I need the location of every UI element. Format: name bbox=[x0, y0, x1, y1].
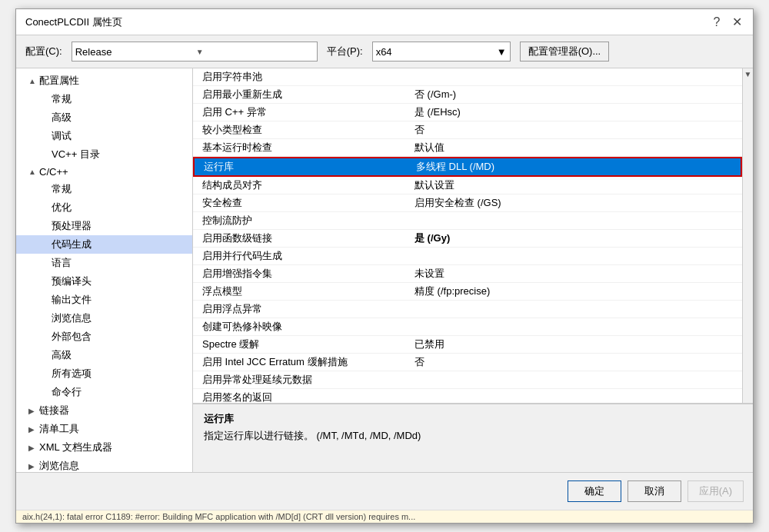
tree-item-label: VC++ 目录 bbox=[52, 148, 100, 161]
prop-name: 基本运行时检查 bbox=[193, 141, 408, 155]
properties-table: 启用字符串池启用最小重新生成否 (/Gm-)启用 C++ 异常是 (/EHsc)… bbox=[193, 68, 742, 403]
tree-item-label: 链接器 bbox=[39, 404, 69, 417]
prop-name: 启用签名的返回 bbox=[193, 391, 408, 403]
dialog-title: ConectPLCDII 属性页 bbox=[25, 15, 122, 29]
apply-button[interactable]: 应用(A) bbox=[687, 480, 744, 502]
tree-item-precompiled[interactable]: 预编译头 bbox=[16, 272, 192, 291]
tree-item-label: 常规 bbox=[52, 182, 72, 196]
close-button[interactable]: ✕ bbox=[730, 15, 744, 29]
tree-item-advanced2[interactable]: 高级 bbox=[16, 346, 192, 364]
tree-item-label: 所有选项 bbox=[52, 367, 92, 381]
prop-name: Spectre 缓解 bbox=[193, 337, 408, 351]
tree-arrow-icon: ▲ bbox=[28, 77, 39, 85]
scrollbar[interactable]: ▼ bbox=[742, 68, 753, 403]
tree-item-preprocessor[interactable]: 预处理器 bbox=[16, 217, 192, 235]
prop-value: 精度 (/fp:precise) bbox=[408, 284, 742, 298]
tree-item-label: 调试 bbox=[52, 129, 72, 143]
prop-value: 否 bbox=[408, 123, 742, 137]
prop-name: 控制流防护 bbox=[193, 214, 408, 228]
tree-item-browse2[interactable]: ▶ 浏览信息 bbox=[16, 457, 192, 472]
table-row[interactable]: 基本运行时检查默认值 bbox=[193, 139, 742, 157]
title-buttons: ? ✕ bbox=[710, 15, 744, 29]
tree-item-output-files[interactable]: 输出文件 bbox=[16, 291, 192, 309]
tree-item-label: 浏览信息 bbox=[39, 459, 79, 472]
prop-name: 启用增强指令集 bbox=[193, 267, 408, 281]
prop-name: 启用字符串池 bbox=[193, 70, 408, 84]
tree-arrow-icon: ▶ bbox=[28, 462, 39, 470]
platform-arrow-icon: ▼ bbox=[497, 46, 507, 58]
config-manager-button[interactable]: 配置管理器(O)... bbox=[520, 42, 610, 62]
table-row[interactable]: 启用最小重新生成否 (/Gm-) bbox=[193, 86, 742, 104]
prop-name: 启用并行代码生成 bbox=[193, 249, 408, 263]
prop-name: 启用函数级链接 bbox=[193, 231, 408, 245]
main-content: ▲ 配置属性常规高级调试VC++ 目录▲ C/C++常规优化预处理器代码生成语言… bbox=[16, 68, 753, 472]
table-row[interactable]: 启用签名的返回 bbox=[193, 389, 742, 403]
tree-item-advanced[interactable]: 高级 bbox=[16, 108, 192, 127]
tree-item-config-props[interactable]: ▲ 配置属性 bbox=[16, 71, 192, 90]
cancel-button[interactable]: 取消 bbox=[628, 480, 681, 502]
tree-item-vcpp-dirs[interactable]: VC++ 目录 bbox=[16, 145, 192, 164]
properties-dialog: ConectPLCDII 属性页 ? ✕ 配置(C): Release ▼ 平台… bbox=[15, 8, 754, 524]
table-row[interactable]: 启用函数级链接是 (/Gy) bbox=[193, 230, 742, 248]
table-row[interactable]: 运行库多线程 DLL (/MD) bbox=[193, 157, 742, 177]
platform-value: x64 bbox=[376, 46, 392, 58]
table-row[interactable]: Spectre 缓解已禁用 bbox=[193, 336, 742, 354]
prop-name: 运行库 bbox=[195, 160, 410, 174]
prop-value: 默认设置 bbox=[408, 178, 742, 192]
tree-item-code-gen[interactable]: 代码生成 bbox=[16, 235, 192, 254]
platform-dropdown[interactable]: x64 ▼ bbox=[372, 42, 511, 62]
tree-item-linker[interactable]: ▶ 链接器 bbox=[16, 401, 192, 420]
table-row[interactable]: 较小类型检查否 bbox=[193, 121, 742, 139]
tree-item-browse[interactable]: 浏览信息 bbox=[16, 309, 192, 328]
config-dropdown[interactable]: Release ▼ bbox=[72, 42, 318, 62]
tree-item-external[interactable]: 外部包含 bbox=[16, 328, 192, 346]
config-arrow-icon: ▼ bbox=[196, 48, 314, 56]
tree-item-label: 输出文件 bbox=[52, 293, 92, 307]
prop-value: 未设置 bbox=[408, 267, 742, 281]
table-row[interactable]: 启用 C++ 异常是 (/EHsc) bbox=[193, 104, 742, 121]
table-row[interactable]: 启用 Intel JCC Erratum 缓解措施否 bbox=[193, 354, 742, 371]
tree-item-manifest[interactable]: ▶ 清单工具 bbox=[16, 420, 192, 438]
tree-item-all-options[interactable]: 所有选项 bbox=[16, 364, 192, 383]
tree-arrow-icon: ▶ bbox=[28, 444, 39, 452]
tree-item-label: 浏览信息 bbox=[52, 311, 92, 325]
table-row[interactable]: 安全检查启用安全检查 (/GS) bbox=[193, 195, 742, 212]
table-row[interactable]: 创建可热修补映像 bbox=[193, 318, 742, 336]
table-row[interactable]: 结构成员对齐默认设置 bbox=[193, 177, 742, 195]
table-row[interactable]: 启用增强指令集未设置 bbox=[193, 265, 742, 283]
ok-button[interactable]: 确定 bbox=[568, 480, 621, 502]
tree-item-label: 高级 bbox=[52, 348, 72, 362]
help-button[interactable]: ? bbox=[710, 15, 724, 29]
tree-item-general[interactable]: 常规 bbox=[16, 90, 192, 108]
tree-item-cpp-group[interactable]: ▲ C/C++ bbox=[16, 164, 192, 180]
tree-item-cmdline[interactable]: 命令行 bbox=[16, 383, 192, 401]
table-row[interactable]: 启用浮点异常 bbox=[193, 301, 742, 318]
prop-value: 已禁用 bbox=[408, 337, 742, 351]
tree-item-debug[interactable]: 调试 bbox=[16, 127, 192, 145]
tree-item-label: 高级 bbox=[52, 111, 72, 125]
table-row[interactable]: 启用异常处理延续元数据 bbox=[193, 371, 742, 389]
tree-container: ▲ 配置属性常规高级调试VC++ 目录▲ C/C++常规优化预处理器代码生成语言… bbox=[16, 71, 192, 472]
table-row[interactable]: 浮点模型精度 (/fp:precise) bbox=[193, 283, 742, 301]
prop-value: 是 (/EHsc) bbox=[408, 105, 742, 119]
prop-name: 安全检查 bbox=[193, 196, 408, 210]
prop-value: 是 (/Gy) bbox=[408, 231, 742, 245]
tree-item-language[interactable]: 语言 bbox=[16, 254, 192, 272]
tree-item-label: 预编译头 bbox=[52, 274, 92, 288]
table-row[interactable]: 启用字符串池 bbox=[193, 68, 742, 86]
table-row[interactable]: 启用并行代码生成 bbox=[193, 248, 742, 265]
prop-name: 启用 C++ 异常 bbox=[193, 105, 408, 119]
tree-item-label: 预处理器 bbox=[52, 219, 92, 233]
tree-item-label: 代码生成 bbox=[52, 238, 92, 251]
scroll-down-icon: ▼ bbox=[744, 70, 752, 78]
tree-item-optimization[interactable]: 优化 bbox=[16, 198, 192, 217]
table-row[interactable]: 控制流防护 bbox=[193, 212, 742, 230]
right-panel: 启用字符串池启用最小重新生成否 (/Gm-)启用 C++ 异常是 (/EHsc)… bbox=[193, 68, 753, 472]
tree-panel: ▲ 配置属性常规高级调试VC++ 目录▲ C/C++常规优化预处理器代码生成语言… bbox=[16, 68, 193, 472]
tree-item-label: C/C++ bbox=[39, 166, 68, 178]
tree-item-xml-gen[interactable]: ▶ XML 文档生成器 bbox=[16, 438, 192, 457]
tree-item-cpp-general[interactable]: 常规 bbox=[16, 180, 192, 198]
tree-arrow-icon: ▶ bbox=[28, 425, 39, 434]
prop-value: 否 (/Gm-) bbox=[408, 88, 742, 101]
prop-value: 默认值 bbox=[408, 141, 742, 155]
